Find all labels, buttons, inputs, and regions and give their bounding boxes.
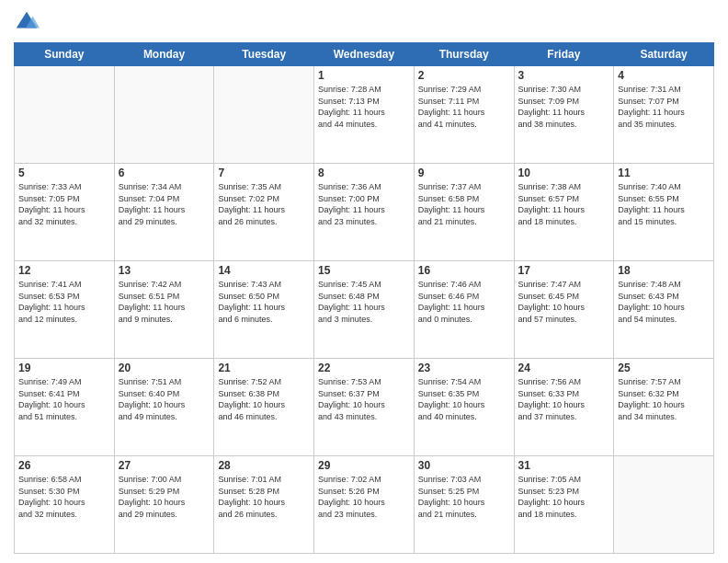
day-info: Sunrise: 7:43 AM Sunset: 6:50 PM Dayligh… [218,279,310,325]
day-info: Sunrise: 7:57 AM Sunset: 6:32 PM Dayligh… [618,376,710,422]
day-number: 31 [518,459,610,472]
page: SundayMondayTuesdayWednesdayThursdayFrid… [0,0,728,563]
day-info: Sunrise: 7:48 AM Sunset: 6:43 PM Dayligh… [618,279,710,325]
calendar-cell: 9Sunrise: 7:37 AM Sunset: 6:58 PM Daylig… [414,164,514,261]
calendar-cell [214,66,314,164]
day-info: Sunrise: 7:35 AM Sunset: 7:02 PM Dayligh… [218,181,310,227]
calendar-cell [614,456,714,554]
day-info: Sunrise: 7:42 AM Sunset: 6:51 PM Dayligh… [119,279,210,325]
calendar-cell: 29Sunrise: 7:02 AM Sunset: 5:26 PM Dayli… [314,456,415,554]
day-info: Sunrise: 7:02 AM Sunset: 5:26 PM Dayligh… [318,474,410,520]
header [14,9,714,35]
weekday-header-tuesday: Tuesday [214,43,314,66]
day-number: 6 [119,167,210,179]
day-number: 23 [418,362,510,374]
day-number: 26 [18,459,110,472]
weekday-header-wednesday: Wednesday [314,43,415,66]
calendar-cell: 26Sunrise: 6:58 AM Sunset: 5:30 PM Dayli… [15,456,115,554]
weekday-header-friday: Friday [514,43,614,66]
day-number: 11 [618,167,710,179]
calendar-cell: 3Sunrise: 7:30 AM Sunset: 7:09 PM Daylig… [514,66,614,164]
day-number: 25 [618,362,710,374]
day-number: 10 [518,167,610,179]
day-number: 3 [518,69,610,82]
calendar-cell: 20Sunrise: 7:51 AM Sunset: 6:40 PM Dayli… [114,359,214,456]
weekday-header-row: SundayMondayTuesdayWednesdayThursdayFrid… [15,43,714,66]
day-number: 4 [618,69,710,82]
day-info: Sunrise: 7:46 AM Sunset: 6:46 PM Dayligh… [418,279,510,325]
calendar-cell: 7Sunrise: 7:35 AM Sunset: 7:02 PM Daylig… [214,164,314,261]
day-info: Sunrise: 7:41 AM Sunset: 6:53 PM Dayligh… [18,279,110,325]
day-info: Sunrise: 7:53 AM Sunset: 6:37 PM Dayligh… [318,376,410,422]
calendar-week-5: 26Sunrise: 6:58 AM Sunset: 5:30 PM Dayli… [15,456,714,554]
calendar-week-2: 5Sunrise: 7:33 AM Sunset: 7:05 PM Daylig… [15,164,714,261]
calendar-week-1: 1Sunrise: 7:28 AM Sunset: 7:13 PM Daylig… [15,66,714,164]
day-number: 13 [119,264,210,277]
day-number: 22 [318,362,410,374]
day-info: Sunrise: 7:37 AM Sunset: 6:58 PM Dayligh… [418,181,510,227]
day-number: 15 [318,264,410,277]
day-info: Sunrise: 7:47 AM Sunset: 6:45 PM Dayligh… [518,279,610,325]
day-number: 9 [418,167,510,179]
day-info: Sunrise: 7:28 AM Sunset: 7:13 PM Dayligh… [318,84,410,130]
day-info: Sunrise: 7:31 AM Sunset: 7:07 PM Dayligh… [618,84,710,130]
weekday-header-monday: Monday [114,43,214,66]
calendar-cell: 14Sunrise: 7:43 AM Sunset: 6:50 PM Dayli… [214,261,314,359]
day-number: 5 [18,167,110,179]
calendar-cell: 1Sunrise: 7:28 AM Sunset: 7:13 PM Daylig… [314,66,415,164]
calendar-cell: 27Sunrise: 7:00 AM Sunset: 5:29 PM Dayli… [114,456,214,554]
calendar-cell: 21Sunrise: 7:52 AM Sunset: 6:38 PM Dayli… [214,359,314,456]
calendar-cell: 8Sunrise: 7:36 AM Sunset: 7:00 PM Daylig… [314,164,415,261]
day-number: 17 [518,264,610,277]
calendar-cell: 18Sunrise: 7:48 AM Sunset: 6:43 PM Dayli… [614,261,714,359]
day-number: 24 [518,362,610,374]
day-info: Sunrise: 7:52 AM Sunset: 6:38 PM Dayligh… [218,376,310,422]
calendar-cell: 15Sunrise: 7:45 AM Sunset: 6:48 PM Dayli… [314,261,415,359]
day-number: 7 [218,167,310,179]
day-number: 29 [318,459,410,472]
day-info: Sunrise: 7:36 AM Sunset: 7:00 PM Dayligh… [318,181,410,227]
day-info: Sunrise: 7:03 AM Sunset: 5:25 PM Dayligh… [418,474,510,520]
day-info: Sunrise: 6:58 AM Sunset: 5:30 PM Dayligh… [18,474,110,520]
weekday-header-thursday: Thursday [414,43,514,66]
day-number: 28 [218,459,310,472]
day-number: 18 [618,264,710,277]
calendar-cell: 30Sunrise: 7:03 AM Sunset: 5:25 PM Dayli… [414,456,514,554]
calendar-cell: 25Sunrise: 7:57 AM Sunset: 6:32 PM Dayli… [614,359,714,456]
day-number: 19 [18,362,110,374]
weekday-header-sunday: Sunday [15,43,115,66]
calendar: SundayMondayTuesdayWednesdayThursdayFrid… [14,42,714,554]
logo-icon [14,9,40,35]
calendar-cell: 11Sunrise: 7:40 AM Sunset: 6:55 PM Dayli… [614,164,714,261]
day-info: Sunrise: 7:33 AM Sunset: 7:05 PM Dayligh… [18,181,110,227]
calendar-cell: 17Sunrise: 7:47 AM Sunset: 6:45 PM Dayli… [514,261,614,359]
day-info: Sunrise: 7:34 AM Sunset: 7:04 PM Dayligh… [119,181,210,227]
day-number: 8 [318,167,410,179]
day-info: Sunrise: 7:01 AM Sunset: 5:28 PM Dayligh… [218,474,310,520]
day-info: Sunrise: 7:54 AM Sunset: 6:35 PM Dayligh… [418,376,510,422]
calendar-cell: 2Sunrise: 7:29 AM Sunset: 7:11 PM Daylig… [414,66,514,164]
day-info: Sunrise: 7:49 AM Sunset: 6:41 PM Dayligh… [18,376,110,422]
day-number: 1 [318,69,410,82]
day-number: 16 [418,264,510,277]
day-info: Sunrise: 7:29 AM Sunset: 7:11 PM Dayligh… [418,84,510,130]
calendar-cell: 12Sunrise: 7:41 AM Sunset: 6:53 PM Dayli… [15,261,115,359]
calendar-cell: 28Sunrise: 7:01 AM Sunset: 5:28 PM Dayli… [214,456,314,554]
day-number: 14 [218,264,310,277]
calendar-week-3: 12Sunrise: 7:41 AM Sunset: 6:53 PM Dayli… [15,261,714,359]
calendar-cell: 6Sunrise: 7:34 AM Sunset: 7:04 PM Daylig… [114,164,214,261]
calendar-cell: 4Sunrise: 7:31 AM Sunset: 7:07 PM Daylig… [614,66,714,164]
calendar-cell: 16Sunrise: 7:46 AM Sunset: 6:46 PM Dayli… [414,261,514,359]
day-info: Sunrise: 7:51 AM Sunset: 6:40 PM Dayligh… [119,376,210,422]
calendar-cell: 22Sunrise: 7:53 AM Sunset: 6:37 PM Dayli… [314,359,415,456]
day-info: Sunrise: 7:38 AM Sunset: 6:57 PM Dayligh… [518,181,610,227]
calendar-cell: 23Sunrise: 7:54 AM Sunset: 6:35 PM Dayli… [414,359,514,456]
day-info: Sunrise: 7:00 AM Sunset: 5:29 PM Dayligh… [119,474,210,520]
day-number: 30 [418,459,510,472]
day-number: 2 [418,69,510,82]
day-info: Sunrise: 7:30 AM Sunset: 7:09 PM Dayligh… [518,84,610,130]
day-number: 12 [18,264,110,277]
day-number: 21 [218,362,310,374]
day-info: Sunrise: 7:45 AM Sunset: 6:48 PM Dayligh… [318,279,410,325]
day-number: 20 [119,362,210,374]
